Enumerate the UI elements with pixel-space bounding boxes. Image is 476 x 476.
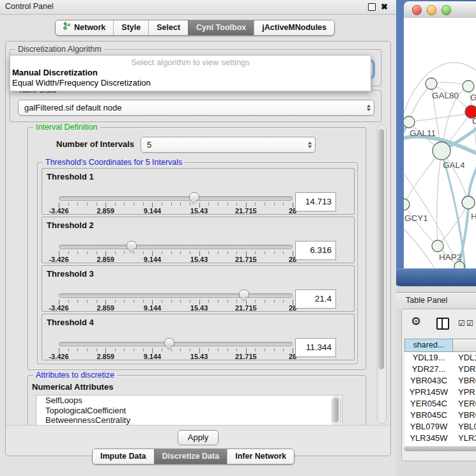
dropdown-option-equal-width[interactable]: Equal Width/Frequency Discretization — [10, 78, 371, 88]
svg-text:HAP2: HAP2 — [439, 252, 461, 262]
table-row[interactable]: YBR045CYBR0 — [404, 410, 476, 421]
svg-text:GA: GA — [470, 93, 476, 102]
table-data-combobox[interactable]: galFiltered.sif default node — [18, 100, 374, 116]
tab-jactivemnodules[interactable]: jActiveMNodules — [254, 20, 334, 35]
threshold-label: Threshold 3 — [47, 269, 94, 279]
table-row[interactable]: YPR145WYPR1 — [404, 387, 476, 398]
svg-text:H: H — [471, 211, 476, 221]
slider-thumb[interactable] — [239, 289, 249, 298]
slider-thumb[interactable] — [189, 192, 199, 201]
slider-track[interactable] — [59, 196, 293, 201]
thresholds-group: Threshold's Coordinates for 5 Intervals … — [37, 162, 358, 364]
node-hap2[interactable] — [432, 240, 443, 252]
group-title: Discretization Algorithm — [15, 45, 104, 54]
dropdown-hint-item: Select algorithm to view settings — [10, 58, 371, 68]
slider-tick-labels: -3.4262.8599.14415.4321.71528 — [59, 304, 293, 312]
column-header-shared-name[interactable]: shared... — [404, 339, 453, 352]
slider-thumb[interactable] — [127, 241, 137, 249]
node-h[interactable] — [462, 196, 475, 209]
scrollbar-thumb[interactable] — [378, 129, 384, 369]
checkbox-checked-icon[interactable]: ☑ — [466, 319, 473, 327]
columns-icon[interactable] — [436, 318, 449, 330]
threshold-panel: Threshold 1 -3.4262.8599.14415.4321.7152… — [42, 168, 355, 215]
node-partial[interactable] — [454, 261, 464, 268]
node-gcy1[interactable] — [404, 199, 410, 210]
vertical-scrollbar[interactable] — [377, 125, 387, 424]
slider-thumb[interactable] — [164, 338, 174, 346]
table-panel-header: Table Panel — [396, 292, 476, 309]
table-panel-body: ⚙ ☑ ☑ shared... na YDL19...YDL1 YDR27...… — [401, 309, 476, 461]
tab-label: Cyni Toolbox — [196, 20, 246, 35]
table-data-group: Table Data galFiltered.sif default node — [10, 90, 381, 122]
stepper-icon — [308, 141, 312, 148]
threshold-slider[interactable]: -3.4262.8599.14415.4321.71528 — [59, 339, 293, 359]
threshold-value-field[interactable]: 6.316 — [295, 241, 336, 260]
threshold-slider[interactable]: -3.4262.8599.14415.4321.71528 — [59, 193, 293, 213]
table-row[interactable]: YBR043CYBR0 — [404, 375, 476, 387]
network-graph[interactable]: GAL80 GA C GAL11 GAL4 GCY1 H HAP2 — [404, 18, 476, 268]
network-canvas[interactable]: GAL80 GA C GAL11 GAL4 GCY1 H HAP2 — [404, 18, 476, 268]
apply-button[interactable]: Apply — [178, 430, 219, 445]
tab-discretize-data[interactable]: Discretize Data — [154, 449, 227, 464]
gear-icon[interactable]: ⚙ — [411, 315, 421, 328]
close-traffic-light-icon[interactable] — [412, 5, 422, 15]
slider-ticks — [59, 251, 293, 254]
table-row[interactable]: YDR27...YDR2 — [404, 364, 476, 375]
tab-infer-network[interactable]: Infer Network — [227, 449, 294, 464]
list-item[interactable]: TopologicalCoefficient — [36, 406, 342, 416]
horizontal-scrollbar[interactable] — [404, 446, 476, 452]
table-row[interactable]: YER054CYER0 — [404, 398, 476, 410]
svg-text:GAL4: GAL4 — [443, 160, 465, 170]
table-row[interactable]: YBL079WYBL0 — [404, 421, 476, 433]
threshold-slider[interactable]: -3.4262.8599.14415.4321.71528 — [59, 242, 293, 262]
tab-style[interactable]: Style — [113, 20, 148, 35]
cyni-toolbox-panel: Discretization Algorithm Select algorith… — [5, 41, 391, 456]
num-intervals-combobox[interactable]: 5 — [141, 137, 316, 153]
panel-title: Control Panel — [5, 2, 54, 11]
tab-select[interactable]: Select — [148, 20, 188, 35]
slider-tick-labels: -3.4262.8599.14415.4321.71528 — [59, 353, 293, 360]
list-item[interactable]: SelfLoops — [36, 395, 342, 406]
float-window-icon[interactable] — [368, 3, 376, 11]
threshold-label: Threshold 2 — [47, 220, 94, 230]
node-gal4[interactable] — [433, 142, 450, 160]
svg-text:GCY1: GCY1 — [404, 213, 428, 223]
slider-track[interactable] — [59, 245, 293, 249]
table-row[interactable]: YLR345WYLR3 — [404, 433, 476, 444]
group-title: Threshold's Coordinates for 5 Intervals — [43, 158, 185, 167]
tab-label: jActiveMNodules — [262, 20, 326, 35]
threshold-value-field[interactable]: 11.344 — [295, 338, 336, 357]
threshold-value-field[interactable]: 14.713 — [295, 192, 336, 211]
node-ga[interactable] — [463, 81, 474, 92]
column-header-name[interactable]: na — [453, 339, 476, 352]
checkbox-checked-icon[interactable]: ☑ — [458, 319, 465, 327]
minimize-traffic-light-icon[interactable] — [427, 5, 436, 15]
node-gal11[interactable] — [404, 116, 415, 128]
threshold-value-field[interactable]: 21.4 — [295, 289, 336, 309]
slider-tick-labels: -3.4262.8599.14415.4321.71528 — [59, 256, 293, 263]
list-scrollbar[interactable] — [332, 396, 341, 425]
tab-label: Discretize Data — [162, 449, 220, 464]
tab-cyni-toolbox[interactable]: Cyni Toolbox — [188, 20, 254, 35]
network-window-titlebar[interactable] — [404, 1, 476, 19]
close-icon[interactable]: ✖ — [381, 2, 388, 12]
slider-track[interactable] — [59, 342, 293, 346]
svg-text:C: C — [472, 116, 476, 126]
zoom-traffic-light-icon[interactable] — [441, 5, 451, 15]
node-attribute-table: shared... na YDL19...YDL1 YDR27...YDR2 Y… — [404, 339, 476, 446]
attributes-group: Attributes to discretize Numerical Attri… — [27, 375, 366, 425]
tab-label: Infer Network — [235, 449, 286, 464]
slider-track[interactable] — [59, 293, 293, 298]
scrollbar-thumb[interactable] — [404, 447, 476, 451]
table-row[interactable]: YDL19...YDL1 — [404, 352, 476, 364]
list-item[interactable]: BetweennessCentrality — [36, 415, 342, 425]
node-gal80[interactable] — [426, 78, 437, 89]
tab-impute-data[interactable]: Impute Data — [93, 449, 154, 464]
threshold-label: Threshold 1 — [47, 172, 94, 181]
threshold-panel: Threshold 4 -3.4262.8599.14415.4321.7152… — [42, 314, 355, 360]
threshold-panel: Threshold 2 -3.4262.8599.14415.4321.7152… — [42, 217, 355, 263]
dropdown-option-manual[interactable]: Manual Discretization — [10, 68, 371, 78]
network-window: GAL80 GA C GAL11 GAL4 GCY1 H HAP2 — [396, 0, 476, 286]
threshold-slider[interactable]: -3.4262.8599.14415.4321.71528 — [59, 290, 293, 311]
tab-network[interactable]: Network — [56, 20, 113, 35]
